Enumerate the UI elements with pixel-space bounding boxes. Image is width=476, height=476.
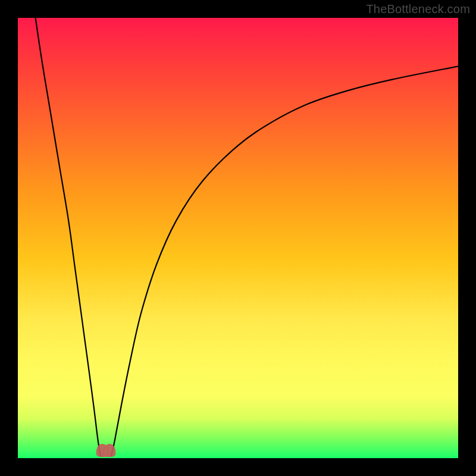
plot-area <box>18 18 458 458</box>
curve-left-branch <box>36 18 101 456</box>
watermark-text: TheBottleneck.com <box>366 2 470 16</box>
chart-frame: TheBottleneck.com <box>0 0 476 476</box>
curve-layer <box>18 18 458 458</box>
bottom-lobes-marker <box>96 444 115 457</box>
curve-right-branch <box>111 66 458 456</box>
